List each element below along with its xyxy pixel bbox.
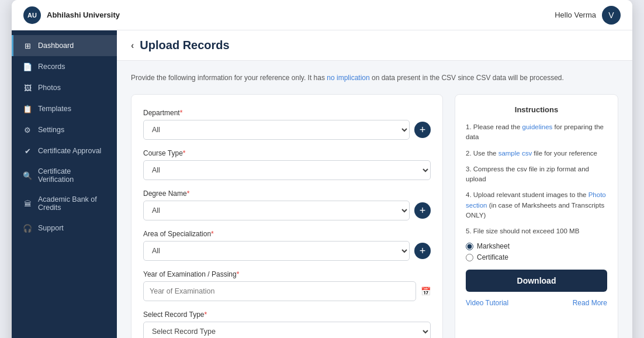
sidebar-label-dashboard: Dashboard [38, 42, 74, 50]
course-type-select[interactable]: All [143, 160, 431, 180]
sidebar-item-records[interactable]: 📄 Records [12, 56, 117, 77]
sidebar-label-settings: Settings [38, 126, 64, 134]
main-layout: ⊞ Dashboard 📄 Records 🖼 Photos 📋 Templat… [12, 30, 632, 338]
download-button[interactable]: Download [466, 270, 607, 292]
topbar-right: Hello Verma V [555, 6, 621, 25]
greeting-text: Hello Verma [555, 11, 596, 19]
page-title: Upload Records [140, 39, 229, 52]
sidebar: ⊞ Dashboard 📄 Records 🖼 Photos 📋 Templat… [12, 30, 117, 338]
radio-marksheet: Marksheet [466, 242, 607, 250]
sidebar-item-templates[interactable]: 📋 Templates [12, 98, 117, 119]
info-text: Provide the following information for yo… [131, 73, 618, 84]
bottom-links: Video Tutorial Read More [466, 299, 607, 307]
course-type-group: Course Type* All [143, 149, 431, 180]
form-card: Department* All + [131, 94, 443, 338]
certificate-approval-icon: ✔ [23, 146, 32, 156]
support-icon: 🎧 [23, 223, 32, 233]
department-add-button[interactable]: + [414, 122, 431, 138]
templates-icon: 📋 [23, 104, 32, 113]
video-tutorial-link[interactable]: Video Tutorial [466, 299, 508, 307]
year-examination-group: Year of Examination / Passing* 📅 [143, 270, 431, 301]
calendar-icon[interactable]: 📅 [421, 287, 431, 296]
area-specialization-group: Area of Specialization* All + [143, 230, 431, 261]
instructions-card: Instructions 1. Please read the guidelin… [455, 94, 618, 338]
sample-csv-link[interactable]: sample csv [498, 150, 532, 157]
course-type-label: Course Type* [143, 149, 431, 157]
records-icon: 📄 [23, 62, 32, 71]
avatar[interactable]: V [602, 6, 621, 25]
instructions-title: Instructions [466, 105, 607, 114]
instruction-4: 4. Upload relevant student images to the… [466, 190, 607, 220]
sidebar-label-academic-bank: Academic Bank of Credits [38, 195, 108, 212]
settings-icon: ⚙ [23, 125, 32, 134]
record-type-select[interactable]: Select Record Type [143, 322, 431, 338]
sidebar-label-support: Support [38, 224, 64, 232]
instruction-1: 1. Please read the guidelines for prepar… [466, 122, 607, 143]
guidelines-link[interactable]: guidelines [522, 123, 553, 130]
sidebar-item-photos[interactable]: 🖼 Photos [12, 77, 117, 98]
marksheet-radio[interactable] [466, 243, 473, 250]
year-examination-label: Year of Examination / Passing* [143, 270, 431, 278]
academic-bank-icon: 🏛 [23, 199, 32, 208]
sidebar-label-certificate-approval: Certificate Approval [38, 147, 101, 155]
sidebar-label-certificate-verification: Certificate Verification [38, 167, 108, 184]
marksheet-label: Marksheet [477, 242, 510, 250]
degree-name-select[interactable]: All [143, 201, 410, 220]
certificate-verification-icon: 🔍 [23, 171, 32, 180]
degree-add-button[interactable]: + [414, 202, 431, 219]
area-add-button[interactable]: + [414, 243, 431, 259]
instruction-5: 5. File size should not exceed 100 MB [466, 226, 607, 236]
sidebar-label-records: Records [38, 63, 65, 71]
back-button[interactable]: ‹ [131, 40, 134, 51]
sidebar-label-templates: Templates [38, 105, 71, 113]
sidebar-label-photos: Photos [38, 84, 61, 92]
area-specialization-label: Area of Specialization* [143, 230, 431, 238]
department-label: Department* [143, 109, 431, 117]
two-col-layout: Department* All + [131, 94, 618, 338]
sidebar-item-dashboard[interactable]: ⊞ Dashboard [12, 35, 117, 56]
instruction-2: 2. Use the sample csv file for your refe… [466, 149, 607, 158]
sidebar-item-academic-bank[interactable]: 🏛 Academic Bank of Credits [12, 189, 117, 218]
dashboard-icon: ⊞ [23, 41, 32, 50]
degree-name-group: Degree Name* All + [143, 189, 431, 220]
department-group: Department* All + [143, 109, 431, 140]
radio-certificate: Certificate [466, 253, 607, 261]
main-window: AU Abhilashi University Hello Verma V ⊞ … [12, 0, 632, 338]
no-implication-text: no implication [327, 74, 369, 82]
department-select[interactable]: All [143, 120, 410, 140]
topbar-left: AU Abhilashi University [23, 6, 120, 24]
instruction-3: 3. Compress the csv file in zip format a… [466, 164, 607, 185]
certificate-label: Certificate [477, 253, 508, 261]
area-specialization-select[interactable]: All [143, 241, 410, 261]
photos-icon: 🖼 [23, 83, 32, 92]
degree-name-label: Degree Name* [143, 189, 431, 198]
content-area: ‹ Upload Records Provide the following i… [117, 30, 632, 338]
topbar: AU Abhilashi University Hello Verma V [12, 0, 632, 30]
certificate-radio[interactable] [466, 254, 473, 261]
year-examination-input[interactable] [143, 281, 416, 301]
record-type-label: Select Record Type* [143, 311, 431, 319]
sidebar-item-settings[interactable]: ⚙ Settings [12, 119, 117, 140]
university-name: Abhilashi University [47, 11, 120, 19]
content-body: Provide the following information for yo… [117, 61, 632, 338]
sidebar-item-certificate-approval[interactable]: ✔ Certificate Approval [12, 140, 117, 161]
logo: AU [23, 6, 41, 24]
content-header: ‹ Upload Records [117, 30, 632, 61]
sidebar-item-support[interactable]: 🎧 Support [12, 218, 117, 239]
sidebar-item-certificate-verification[interactable]: 🔍 Certificate Verification [12, 161, 117, 189]
read-more-link[interactable]: Read More [573, 299, 607, 307]
radio-group: Marksheet Certificate [466, 242, 607, 261]
record-type-group: Select Record Type* Select Record Type [143, 311, 431, 338]
